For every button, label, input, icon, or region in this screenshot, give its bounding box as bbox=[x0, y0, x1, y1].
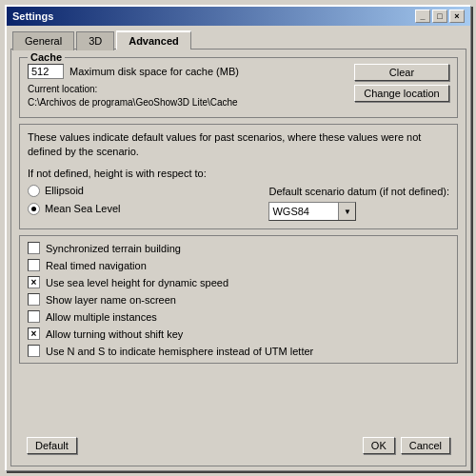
radio-mean-sea-level-label: Mean Sea Level bbox=[45, 203, 121, 214]
checkbox-allow-multiple-box[interactable] bbox=[28, 310, 40, 323]
radio-group: Ellipsoid Mean Sea Level bbox=[28, 185, 261, 215]
cache-top-row: Maximum disk space for cache (MB) bbox=[28, 64, 347, 79]
checkbox-use-ns-box[interactable] bbox=[28, 345, 40, 357]
checkbox-sync-terrain-label: Synchronized terrain building bbox=[46, 243, 181, 254]
cache-group: Cache Maximum disk space for cache (MB) … bbox=[19, 57, 458, 118]
checkbox-allow-turning[interactable]: × Allow turning without shift key bbox=[28, 327, 449, 340]
checkbox-sync-terrain-box[interactable] bbox=[28, 242, 40, 254]
scenario-if-label: If not defined, height is with respect t… bbox=[28, 168, 449, 179]
checkbox-allow-multiple[interactable]: Allow multiple instances bbox=[28, 310, 449, 323]
checkbox-sea-level-height[interactable]: × Use sea level height for dynamic speed bbox=[28, 276, 449, 288]
clear-button[interactable]: Clear bbox=[354, 64, 449, 81]
tab-general[interactable]: General bbox=[12, 31, 74, 50]
datum-select-value: WGS84 bbox=[269, 205, 338, 218]
checkbox-sea-level-height-label: Use sea level height for dynamic speed bbox=[46, 277, 228, 288]
datum-group: Default scenario datum (if not defined):… bbox=[268, 185, 449, 221]
content-area: Cache Maximum disk space for cache (MB) … bbox=[10, 49, 466, 466]
datum-label: Default scenario datum (if not defined): bbox=[268, 185, 449, 198]
checkbox-real-timed[interactable]: Real timed navigation bbox=[28, 259, 449, 271]
checkbox-use-ns-label: Use N and S to indicate hemisphere inste… bbox=[46, 346, 313, 357]
change-location-button[interactable]: Change location bbox=[354, 85, 449, 102]
radio-ellipsoid[interactable]: Ellipsoid bbox=[28, 185, 261, 197]
cancel-button[interactable]: Cancel bbox=[401, 437, 450, 454]
checkbox-show-layer-box[interactable] bbox=[28, 293, 40, 306]
bottom-right-buttons: OK Cancel bbox=[363, 437, 450, 454]
tab-3d[interactable]: 3D bbox=[76, 31, 114, 50]
cache-disk-space-input[interactable] bbox=[28, 64, 64, 79]
title-bar: Settings _ □ × bbox=[7, 7, 470, 26]
checkbox-real-timed-label: Real timed navigation bbox=[46, 260, 147, 271]
radio-ellipsoid-button[interactable] bbox=[28, 185, 40, 197]
ok-button[interactable]: OK bbox=[363, 437, 395, 454]
checkbox-list: Synchronized terrain building Real timed… bbox=[19, 235, 458, 364]
radio-ellipsoid-label: Ellipsoid bbox=[45, 185, 84, 196]
checkbox-sea-level-height-box[interactable]: × bbox=[28, 276, 40, 288]
checkbox-allow-turning-box[interactable]: × bbox=[28, 327, 40, 340]
default-button[interactable]: Default bbox=[27, 437, 77, 454]
scenario-group: These values indicate default values for… bbox=[19, 124, 458, 229]
datum-select[interactable]: WGS84 ▼ bbox=[268, 202, 356, 221]
checkbox-allow-multiple-label: Allow multiple instances bbox=[46, 311, 157, 323]
cache-group-label: Cache bbox=[28, 51, 65, 63]
tabs-bar: General 3D Advanced bbox=[7, 26, 470, 49]
radio-mean-sea-level-button[interactable] bbox=[28, 203, 40, 215]
title-bar-buttons: _ □ × bbox=[415, 10, 465, 23]
tab-advanced[interactable]: Advanced bbox=[116, 30, 191, 50]
cache-row: Maximum disk space for cache (MB) Curren… bbox=[28, 64, 449, 109]
checkbox-allow-turning-label: Allow turning without shift key bbox=[46, 328, 183, 340]
radio-mean-sea-level[interactable]: Mean Sea Level bbox=[28, 203, 261, 215]
cache-location-path: C:\Archivos de programa\GeoShow3D Lite\C… bbox=[28, 97, 238, 108]
settings-window: Settings _ □ × General 3D Advanced Cache… bbox=[5, 5, 471, 471]
cache-left: Maximum disk space for cache (MB) Curren… bbox=[28, 64, 347, 109]
bottom-bar: Default OK Cancel bbox=[19, 433, 458, 458]
checkbox-use-ns[interactable]: Use N and S to indicate hemisphere inste… bbox=[28, 345, 449, 357]
checkbox-sync-terrain[interactable]: Synchronized terrain building bbox=[28, 242, 449, 254]
checkbox-show-layer[interactable]: Show layer name on-screen bbox=[28, 293, 449, 306]
scenario-row: Ellipsoid Mean Sea Level Default scenari… bbox=[28, 185, 449, 221]
cache-location-section: Current location: C:\Archivos de program… bbox=[28, 83, 347, 109]
checkbox-real-timed-box[interactable] bbox=[28, 259, 40, 271]
scenario-description: These values indicate default values for… bbox=[28, 130, 449, 160]
cache-disk-space-label: Maximum disk space for cache (MB) bbox=[69, 66, 239, 77]
close-button[interactable]: × bbox=[449, 10, 465, 23]
checkbox-show-layer-label: Show layer name on-screen bbox=[46, 294, 176, 306]
cache-buttons: Clear Change location bbox=[354, 64, 449, 102]
maximize-button[interactable]: □ bbox=[432, 10, 447, 23]
window-title: Settings bbox=[12, 10, 53, 22]
current-location-label: Current location: bbox=[28, 84, 97, 94]
datum-select-arrow[interactable]: ▼ bbox=[338, 203, 355, 220]
minimize-button[interactable]: _ bbox=[415, 10, 430, 23]
